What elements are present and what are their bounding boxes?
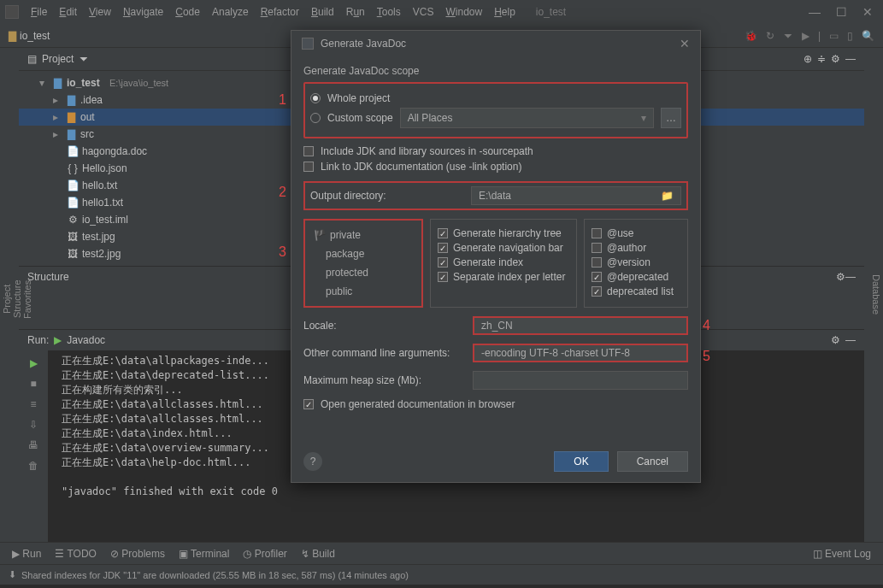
- menu-refactor[interactable]: Refactor: [256, 4, 304, 20]
- right-gutter: Database: [864, 48, 883, 542]
- gutter-structure[interactable]: Structure: [12, 63, 22, 535]
- status-text: Shared indexes for JDK "11" are download…: [21, 570, 409, 580]
- vis-private[interactable]: 🏴private: [314, 226, 413, 244]
- tag-use-checkbox[interactable]: [592, 228, 602, 238]
- whole-project-radio[interactable]: [310, 93, 321, 103]
- help-button[interactable]: ?: [303, 452, 322, 471]
- bottom-todo[interactable]: ☰ TODO: [55, 548, 97, 560]
- dropdown-icon[interactable]: ⏷: [783, 30, 793, 42]
- scope-more-button[interactable]: …: [661, 108, 681, 128]
- vis-protected[interactable]: protected: [314, 263, 413, 282]
- annotation-3: 3: [279, 244, 286, 260]
- maximize-icon[interactable]: ☐: [836, 5, 847, 19]
- menu-file[interactable]: File: [26, 4, 52, 20]
- menu-window[interactable]: Window: [440, 4, 487, 20]
- tag-author-checkbox[interactable]: [592, 243, 602, 253]
- search-icon[interactable]: 🔍: [862, 30, 874, 42]
- chevron-down-icon[interactable]: ⏷: [79, 53, 89, 65]
- gen-nav-checkbox[interactable]: [438, 243, 448, 253]
- gutter-project[interactable]: Project: [2, 63, 12, 535]
- menu-edit[interactable]: Edit: [54, 4, 82, 20]
- generate-box: Generate hierarchy tree Generate navigat…: [430, 219, 577, 308]
- window-title: io_test: [536, 6, 566, 18]
- link-jdk-checkbox[interactable]: [303, 162, 314, 172]
- folder-icon[interactable]: 📁: [661, 190, 674, 202]
- tag-deplist-checkbox[interactable]: [592, 286, 602, 297]
- output-directory-input[interactable]: E:\data📁: [471, 186, 681, 205]
- cancel-button[interactable]: Cancel: [617, 451, 688, 472]
- menu-vcs[interactable]: VCS: [408, 4, 439, 20]
- bottom-eventlog[interactable]: ◫ Event Log: [813, 548, 871, 560]
- gen-hier-checkbox[interactable]: [438, 228, 448, 238]
- heap-input[interactable]: [473, 371, 688, 390]
- run-icon[interactable]: ▶: [802, 30, 809, 42]
- menu-run[interactable]: Run: [341, 4, 370, 20]
- breadcrumb[interactable]: io_test: [20, 30, 50, 42]
- gutter-database[interactable]: Database: [871, 55, 881, 535]
- gen-index-checkbox[interactable]: [438, 257, 448, 268]
- layout-icon[interactable]: ▯: [847, 30, 853, 42]
- hide-icon[interactable]: —: [845, 53, 856, 65]
- locale-value: zh_CN: [481, 320, 513, 332]
- close-icon[interactable]: ✕: [862, 5, 873, 19]
- ok-button[interactable]: OK: [554, 451, 608, 472]
- output-directory-label: Output directory:: [310, 190, 464, 202]
- menu-help[interactable]: Help: [489, 4, 521, 20]
- sync-icon[interactable]: ↻: [766, 30, 774, 42]
- include-jdk-checkbox[interactable]: [303, 146, 314, 156]
- tag-version-label: @version: [607, 256, 650, 268]
- custom-scope-radio[interactable]: [310, 113, 321, 123]
- target-icon[interactable]: ⊕: [804, 53, 812, 65]
- left-gutter: Project Structure Favorites: [0, 48, 19, 542]
- scope-box: Whole project Custom scope All Places▾ …: [303, 82, 688, 138]
- menu-analyze[interactable]: Analyze: [207, 4, 254, 20]
- tree-label: Hello.json: [82, 162, 127, 174]
- tag-deplist-label: deprecated list: [607, 285, 674, 297]
- locale-label: Locale:: [303, 320, 466, 332]
- gear-icon[interactable]: ⚙: [831, 53, 840, 65]
- tree-label: test2.jpg: [82, 248, 121, 260]
- bottom-problems[interactable]: ⊘ Problems: [110, 548, 165, 560]
- menu-build[interactable]: Build: [306, 4, 339, 20]
- project-label[interactable]: Project: [42, 53, 74, 65]
- chevron-down-icon: ▾: [641, 112, 646, 124]
- main-menu: File Edit View Navigate Code Analyze Ref…: [26, 4, 521, 20]
- tree-label: src: [80, 128, 94, 140]
- bottom-profiler[interactable]: ◷ Profiler: [243, 548, 286, 560]
- bottom-run[interactable]: ▶ Run: [12, 548, 41, 560]
- annotation-2: 2: [279, 185, 286, 200]
- menu-code[interactable]: Code: [170, 4, 205, 20]
- menu-tools[interactable]: Tools: [372, 4, 406, 20]
- hide-icon[interactable]: —: [845, 271, 856, 283]
- menu-navigate[interactable]: Navigate: [118, 4, 168, 20]
- run-config[interactable]: Javadoc: [67, 334, 105, 346]
- folder-icon: ▇: [9, 30, 16, 42]
- annotation-5: 5: [703, 349, 710, 364]
- bottom-terminal[interactable]: ▣ Terminal: [179, 548, 229, 560]
- gutter-favorites[interactable]: Favorites: [22, 63, 32, 535]
- expand-icon[interactable]: ≑: [817, 53, 826, 65]
- gear-icon[interactable]: ⚙: [836, 271, 845, 283]
- minimize-icon[interactable]: —: [809, 5, 821, 19]
- structure-label[interactable]: Structure: [27, 271, 69, 283]
- dialog-close-icon[interactable]: ✕: [680, 37, 690, 50]
- tags-box: @use @author @version @deprecated deprec…: [584, 219, 688, 308]
- menu-view[interactable]: View: [84, 4, 116, 20]
- open-browser-checkbox[interactable]: [303, 399, 314, 409]
- custom-scope-label: Custom scope: [327, 112, 393, 124]
- hide-icon[interactable]: —: [845, 334, 856, 346]
- tag-deprecated-checkbox[interactable]: [592, 272, 602, 282]
- titlebar: File Edit View Navigate Code Analyze Ref…: [0, 0, 883, 24]
- window-icon[interactable]: ▭: [829, 30, 839, 42]
- locale-input[interactable]: zh_CN: [473, 316, 688, 335]
- tag-version-checkbox[interactable]: [592, 257, 602, 268]
- gen-nav-label: Generate navigation bar: [453, 242, 563, 254]
- bottom-build[interactable]: ↯ Build: [301, 548, 335, 560]
- scope-select[interactable]: All Places▾: [400, 108, 654, 128]
- vis-public[interactable]: public: [314, 282, 413, 301]
- other-args-input[interactable]: -encoding UTF-8 -charset UTF-8: [473, 344, 688, 362]
- bug-icon[interactable]: 🐞: [745, 30, 757, 42]
- gen-sep-checkbox[interactable]: [438, 272, 448, 282]
- vis-package[interactable]: package: [314, 244, 413, 263]
- gear-icon[interactable]: ⚙: [831, 334, 840, 346]
